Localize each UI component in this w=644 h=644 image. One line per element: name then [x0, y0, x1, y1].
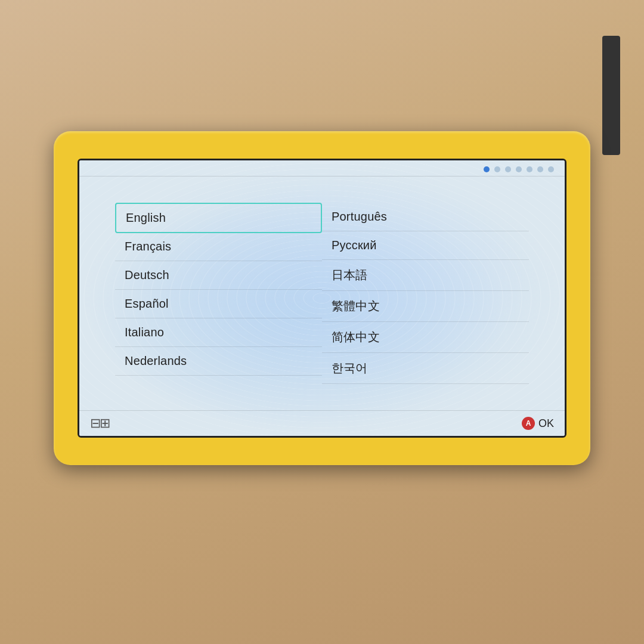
- pagination-dots: [484, 166, 554, 172]
- ok-label: OK: [538, 417, 554, 430]
- dot-3: [505, 166, 511, 172]
- language-option-deutsch[interactable]: Deutsch: [115, 261, 322, 290]
- dot-4: [516, 166, 522, 172]
- language-option-espanol[interactable]: Español: [115, 290, 322, 318]
- language-option-nederlands[interactable]: Nederlands: [115, 347, 322, 376]
- screen: English Français Deutsch Español Italian…: [78, 159, 566, 438]
- dot-6: [537, 166, 543, 172]
- switch-lite-icon: ⊟⊞: [90, 416, 109, 431]
- language-option-francais[interactable]: Français: [115, 233, 322, 261]
- language-column-right: Português Русский 日本語 繁體中文 简体中文 한국어: [322, 203, 529, 384]
- language-option-english[interactable]: English: [115, 203, 322, 233]
- language-columns: English Français Deutsch Español Italian…: [115, 203, 529, 384]
- language-option-korean[interactable]: 한국어: [322, 353, 529, 384]
- language-option-traditional-chinese[interactable]: 繁體中文: [322, 291, 529, 322]
- dot-5: [527, 166, 532, 172]
- a-button-icon: A: [522, 417, 535, 430]
- language-option-japanese[interactable]: 日本語: [322, 260, 529, 291]
- top-bar: [79, 160, 565, 177]
- dot-2: [494, 166, 500, 172]
- language-option-portugues[interactable]: Português: [322, 203, 529, 231]
- switch-logo-icon: ⊟⊞: [90, 416, 109, 431]
- device-wrapper: English Français Deutsch Español Italian…: [54, 131, 590, 465]
- language-selection-area: English Français Deutsch Español Italian…: [79, 177, 565, 410]
- language-option-italiano[interactable]: Italiano: [115, 318, 322, 347]
- cable: [602, 36, 620, 155]
- bottom-bar: ⊟⊞ A OK: [79, 410, 565, 436]
- dot-7: [548, 166, 554, 172]
- screen-content: English Français Deutsch Español Italian…: [79, 160, 565, 436]
- dot-1: [484, 166, 490, 172]
- ok-button[interactable]: A OK: [522, 417, 554, 430]
- a-button-label: A: [526, 419, 531, 428]
- language-option-simplified-chinese[interactable]: 简体中文: [322, 322, 529, 353]
- language-column-left: English Français Deutsch Español Italian…: [115, 203, 322, 384]
- language-option-russian[interactable]: Русский: [322, 231, 529, 260]
- switch-lite-body: English Français Deutsch Español Italian…: [54, 131, 590, 465]
